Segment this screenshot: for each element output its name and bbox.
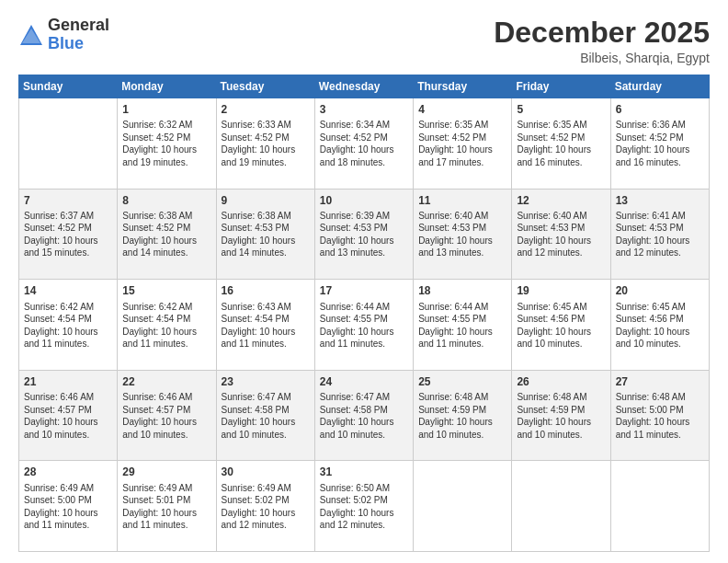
day-info-line: Sunset: 5:02 PM — [320, 494, 408, 507]
day-info-line: Sunset: 4:58 PM — [222, 404, 310, 417]
calendar-cell: 16Sunrise: 6:43 AMSunset: 4:54 PMDayligh… — [216, 280, 314, 371]
calendar-table: SundayMondayTuesdayWednesdayThursdayFrid… — [18, 75, 710, 552]
day-info-line: Sunrise: 6:38 AM — [222, 210, 310, 223]
day-info-line: Daylight: 10 hours — [616, 144, 704, 156]
day-number: 4 — [418, 102, 506, 117]
calendar-cell: 12Sunrise: 6:40 AMSunset: 4:53 PMDayligh… — [512, 189, 610, 280]
day-info-line: Sunrise: 6:47 AM — [320, 391, 408, 404]
day-info-line: Sunrise: 6:48 AM — [418, 391, 506, 404]
day-info-line: Daylight: 10 hours — [418, 326, 506, 339]
svg-marker-1 — [22, 29, 40, 43]
day-info-line: Sunset: 4:52 PM — [122, 222, 210, 235]
calendar-day-header: Monday — [118, 75, 216, 98]
calendar-cell — [610, 461, 709, 552]
day-info-line: and 13 minutes. — [320, 247, 408, 259]
day-info-line: Sunset: 4:53 PM — [320, 222, 408, 235]
day-info-line: Daylight: 10 hours — [222, 144, 310, 156]
day-info-line: Sunrise: 6:35 AM — [517, 119, 605, 132]
day-info-line: Sunrise: 6:43 AM — [222, 301, 310, 314]
calendar-cell: 30Sunrise: 6:49 AMSunset: 5:02 PMDayligh… — [216, 461, 314, 552]
day-info-line: Daylight: 10 hours — [122, 416, 210, 429]
day-info-line: Daylight: 10 hours — [517, 235, 605, 247]
day-info-line: Daylight: 10 hours — [517, 144, 605, 156]
day-info-line: Sunrise: 6:36 AM — [616, 119, 704, 132]
day-info-line: Sunrise: 6:37 AM — [24, 210, 112, 223]
day-number: 14 — [24, 283, 112, 298]
day-info-line: Sunrise: 6:46 AM — [122, 391, 210, 404]
day-number: 2 — [222, 102, 310, 117]
day-info-line: Sunset: 4:59 PM — [418, 404, 506, 417]
day-info-line: Daylight: 10 hours — [517, 326, 605, 339]
day-info-line: Sunrise: 6:48 AM — [616, 391, 704, 404]
logo: General Blue — [18, 17, 109, 53]
day-info-line: Sunrise: 6:35 AM — [418, 119, 506, 132]
day-number: 25 — [418, 374, 506, 389]
day-info-line: Sunrise: 6:49 AM — [222, 482, 310, 495]
calendar-cell: 11Sunrise: 6:40 AMSunset: 4:53 PMDayligh… — [414, 189, 512, 280]
calendar-cell: 25Sunrise: 6:48 AMSunset: 4:59 PMDayligh… — [414, 370, 512, 461]
calendar-week-row: 21Sunrise: 6:46 AMSunset: 4:57 PMDayligh… — [19, 370, 710, 461]
day-info-line: Daylight: 10 hours — [616, 326, 704, 339]
day-info-line: Sunset: 4:53 PM — [517, 222, 605, 235]
day-info-line: Daylight: 10 hours — [222, 416, 310, 429]
day-number: 29 — [122, 465, 210, 479]
day-info-line: and 11 minutes. — [122, 338, 210, 350]
day-info-line: Daylight: 10 hours — [320, 416, 408, 429]
day-number: 10 — [320, 193, 408, 208]
day-info-line: Sunset: 5:00 PM — [616, 404, 704, 417]
day-info-line: Sunrise: 6:45 AM — [517, 301, 605, 314]
day-info-line: Sunset: 4:53 PM — [222, 222, 310, 235]
day-number: 30 — [222, 465, 310, 479]
calendar-cell: 8Sunrise: 6:38 AMSunset: 4:52 PMDaylight… — [118, 189, 216, 280]
day-info-line: Daylight: 10 hours — [517, 416, 605, 429]
day-number: 15 — [122, 283, 210, 298]
day-info-line: Sunset: 4:52 PM — [320, 132, 408, 144]
day-info-line: Daylight: 10 hours — [418, 144, 506, 156]
logo-icon — [18, 23, 44, 49]
day-info-line: Sunset: 4:52 PM — [616, 132, 704, 144]
calendar-cell: 20Sunrise: 6:45 AMSunset: 4:56 PMDayligh… — [610, 280, 709, 371]
page: General Blue December 2025 Bilbeis, Shar… — [0, 0, 728, 563]
day-number: 7 — [24, 193, 112, 208]
day-info-line: Daylight: 10 hours — [418, 235, 506, 247]
calendar-week-row: 28Sunrise: 6:49 AMSunset: 5:00 PMDayligh… — [19, 461, 710, 552]
calendar-cell: 31Sunrise: 6:50 AMSunset: 5:02 PMDayligh… — [314, 461, 413, 552]
calendar-cell: 21Sunrise: 6:46 AMSunset: 4:57 PMDayligh… — [19, 370, 118, 461]
day-info-line: Daylight: 10 hours — [616, 235, 704, 247]
day-info-line: Sunset: 4:52 PM — [517, 132, 605, 144]
day-number: 21 — [24, 374, 112, 389]
calendar-cell: 1Sunrise: 6:32 AMSunset: 4:52 PMDaylight… — [118, 98, 216, 190]
calendar-cell: 29Sunrise: 6:49 AMSunset: 5:01 PMDayligh… — [118, 461, 216, 552]
calendar-cell — [19, 98, 118, 190]
calendar-cell: 6Sunrise: 6:36 AMSunset: 4:52 PMDaylight… — [610, 98, 709, 190]
day-info-line: Sunset: 4:52 PM — [418, 132, 506, 144]
day-info-line: and 12 minutes. — [517, 247, 605, 259]
day-info-line: Sunrise: 6:44 AM — [418, 301, 506, 314]
calendar-cell: 5Sunrise: 6:35 AMSunset: 4:52 PMDaylight… — [512, 98, 610, 190]
day-info-line: Sunrise: 6:48 AM — [517, 391, 605, 404]
day-info-line: and 19 minutes. — [222, 156, 310, 169]
logo-text: General Blue — [48, 17, 109, 53]
calendar-header-row: SundayMondayTuesdayWednesdayThursdayFrid… — [19, 75, 710, 98]
day-info-line: and 11 minutes. — [616, 429, 704, 442]
title-block: December 2025 Bilbeis, Sharqia, Egypt — [494, 17, 710, 65]
calendar-cell: 28Sunrise: 6:49 AMSunset: 5:00 PMDayligh… — [19, 461, 118, 552]
day-info-line: Sunset: 4:56 PM — [616, 313, 704, 326]
calendar-cell: 14Sunrise: 6:42 AMSunset: 4:54 PMDayligh… — [19, 280, 118, 371]
day-number: 11 — [418, 193, 506, 208]
day-info-line: Sunrise: 6:40 AM — [517, 210, 605, 223]
calendar-day-header: Saturday — [610, 75, 709, 98]
day-number: 6 — [616, 102, 704, 117]
header: General Blue December 2025 Bilbeis, Shar… — [18, 17, 710, 65]
day-info-line: Sunset: 5:00 PM — [24, 494, 112, 507]
location: Bilbeis, Sharqia, Egypt — [494, 51, 710, 65]
day-info-line: Sunset: 4:59 PM — [517, 404, 605, 417]
day-info-line: Sunrise: 6:50 AM — [320, 482, 408, 495]
logo-general-text: General — [48, 17, 109, 35]
day-info-line: Sunrise: 6:44 AM — [320, 301, 408, 314]
calendar-cell: 18Sunrise: 6:44 AMSunset: 4:55 PMDayligh… — [414, 280, 512, 371]
day-info-line: Sunset: 4:58 PM — [320, 404, 408, 417]
logo-blue-text: Blue — [48, 35, 109, 53]
day-number: 9 — [222, 193, 310, 208]
calendar-cell: 4Sunrise: 6:35 AMSunset: 4:52 PMDaylight… — [414, 98, 512, 190]
